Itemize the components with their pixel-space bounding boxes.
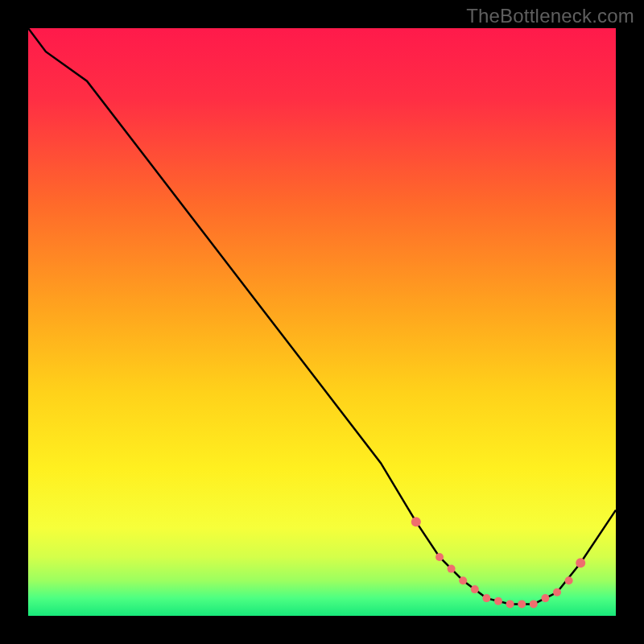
watermark-text: TheBottleneck.com [466, 5, 634, 27]
marker-point [448, 565, 456, 573]
marker-point [494, 597, 502, 605]
marker-point [506, 600, 514, 608]
marker-point [565, 576, 573, 584]
marker-point [471, 585, 479, 593]
marker-point [459, 576, 467, 584]
gradient-background [28, 28, 616, 616]
marker-point [530, 600, 538, 608]
chart-frame: TheBottleneck.com [0, 0, 644, 644]
marker-point [436, 553, 444, 561]
marker-point [482, 594, 490, 602]
marker-point [411, 517, 421, 526]
chart-svg [28, 28, 616, 616]
marker-point [541, 594, 549, 602]
marker-point [553, 588, 561, 597]
marker-point [518, 600, 526, 608]
plot-area [28, 28, 616, 616]
marker-point [576, 558, 585, 568]
